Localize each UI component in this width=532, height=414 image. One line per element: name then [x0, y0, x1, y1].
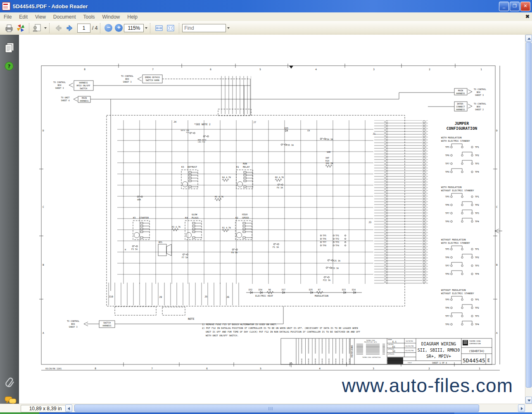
help-icon[interactable]: ?: [4, 61, 15, 72]
svg-text:SHEET 3: SHEET 3: [123, 81, 131, 83]
svg-text:F7 5A: F7 5A: [182, 256, 188, 259]
svg-text:TP7: TP7: [445, 212, 449, 214]
jumper-row: TP6TP2: [445, 152, 479, 157]
svg-text:VHM: VHM: [327, 151, 330, 153]
jumper-row: TP8TP4: [445, 169, 480, 173]
jumper-configuration-panel: JUMPER CONFIGURATION WITH MODULATION WIT…: [441, 121, 480, 326]
svg-text:300 2W: 300 2W: [325, 162, 333, 164]
page-number-input[interactable]: [77, 24, 90, 33]
svg-text:TP6: TP6: [445, 307, 449, 309]
status-bar: 10,89 x 8,39 in: [0, 404, 532, 413]
svg-text:6: 6: [206, 367, 208, 370]
zoom-level-value[interactable]: 115%: [124, 24, 144, 32]
printer-icon: [5, 24, 14, 32]
jumper-row: TP5TP1: [445, 296, 479, 301]
svg-text:BOX: BOX: [125, 78, 129, 80]
menu-edit[interactable]: Edit: [15, 14, 31, 20]
attachments-panel-icon[interactable]: [4, 377, 15, 388]
minimize-button[interactable]: _: [499, 2, 509, 11]
watermark: www.auto-files.com: [342, 374, 513, 397]
svg-text:DIAGRAM WIRING: DIAGRAM WIRING: [421, 342, 456, 346]
menu-tools[interactable]: Tools: [80, 14, 99, 20]
svg-text:RUN: RUN: [243, 162, 247, 165]
svg-text:ES: ES: [392, 345, 395, 348]
svg-text:SHEET 1 OF 4: SHEET 1 OF 4: [432, 362, 447, 364]
svg-text:H: H: [125, 248, 126, 251]
zoom-in-button[interactable]: +: [115, 24, 123, 32]
svg-text:CORPORATION: CORPORATION: [469, 343, 481, 345]
svg-text:SHEET 3: SHEET 3: [69, 326, 77, 328]
next-page-button[interactable]: [64, 22, 76, 34]
svg-text:TP1: TP1: [475, 195, 479, 198]
svg-text:?: ?: [7, 63, 11, 69]
menu-file[interactable]: File: [0, 14, 15, 20]
svg-text:F12: F12: [186, 131, 189, 133]
svg-text:THERMO KING: THERMO KING: [469, 340, 481, 342]
scroll-right-button[interactable]: [518, 404, 525, 412]
menu-window[interactable]: Window: [99, 14, 124, 20]
scroll-left-button[interactable]: [65, 404, 72, 412]
svg-text:TO CONTROL: TO CONTROL: [53, 81, 66, 83]
svg-text:MAIN: MAIN: [82, 97, 87, 99]
chevron-down-icon: [44, 27, 47, 29]
jumper-row: TP7TP3: [445, 313, 479, 317]
svg-text:A: A: [43, 331, 44, 334]
horizontal-scrollbar[interactable]: [74, 404, 517, 412]
svg-text:WITH ELECTRIC STANDBY: WITH ELECTRIC STANDBY: [441, 140, 470, 142]
svg-text:C: C: [496, 205, 498, 208]
vertical-scroll-thumb[interactable]: [526, 42, 532, 388]
horizontal-scroll-thumb[interactable]: [74, 404, 479, 412]
svg-text:3: 3: [373, 367, 374, 370]
pdf-file-icon: [2, 2, 10, 10]
menubar-close-icon[interactable]: ✖: [525, 14, 530, 19]
acrobat-tools-button[interactable]: [15, 22, 26, 34]
pages-panel-icon[interactable]: [4, 42, 15, 53]
menu-help[interactable]: Help: [124, 14, 141, 20]
scroll-up-button[interactable]: [525, 35, 532, 42]
zoom-chevron-down-icon[interactable]: [145, 27, 147, 29]
menu-view[interactable]: View: [31, 14, 50, 20]
svg-text:TP6: TP6: [445, 154, 449, 157]
svg-text:CONNECT: CONNECT: [456, 105, 465, 108]
menu-document[interactable]: Document: [50, 14, 80, 20]
restore-button[interactable]: ❐: [510, 2, 520, 11]
svg-text:TP2: TP2: [475, 256, 479, 259]
svg-text:D35: D35: [285, 127, 288, 129]
print-button[interactable]: [3, 22, 15, 34]
previous-page-button[interactable]: [52, 22, 64, 34]
find-input[interactable]: [182, 24, 226, 32]
scroll-down-button[interactable]: [525, 397, 532, 404]
svg-text:DEFROST: DEFROST: [188, 166, 197, 168]
svg-text:E.S: E.S: [392, 340, 397, 343]
svg-text:REVISIONS: REVISIONS: [351, 345, 353, 357]
jumper-row: TP8TP4: [445, 271, 480, 275]
fit-width-icon: [155, 24, 163, 32]
zoom-out-button[interactable]: −: [104, 24, 112, 32]
fit-width-button[interactable]: [153, 22, 165, 34]
sign-collaborate-button[interactable]: [32, 22, 47, 34]
svg-text:TP6: TP6: [323, 238, 326, 240]
svg-text:TP2: TP2: [335, 238, 339, 240]
vertical-scrollbar[interactable]: [525, 35, 532, 404]
svg-text:RELAY: RELAY: [243, 166, 250, 168]
svg-text:MPIV ON/OFF: MPIV ON/OFF: [76, 84, 90, 87]
svg-text:PLUGS: PLUGS: [192, 217, 199, 219]
svg-text:TP2: TP2: [475, 154, 479, 157]
fit-page-button[interactable]: [165, 22, 176, 34]
svg-text:WITH MODULATION: WITH MODULATION: [441, 136, 462, 139]
svg-text:MAIN: MAIN: [458, 89, 463, 92]
svg-text:HARNESS: HARNESS: [102, 324, 111, 327]
svg-text:SR+, MPIV+: SR+, MPIV+: [426, 354, 451, 359]
svg-text:TP7: TP7: [445, 162, 449, 165]
svg-text:R4 4.7K: R4 4.7K: [222, 176, 231, 178]
svg-text:HIGH: HIGH: [242, 213, 247, 216]
svg-text:F4 3A: F4 3A: [277, 186, 283, 189]
close-button[interactable]: ✕: [520, 2, 530, 11]
svg-text:C: C: [43, 205, 44, 208]
page-count-label: / 4: [92, 25, 97, 31]
svg-text:TP5: TP5: [445, 298, 449, 301]
svg-text:*SEE NOTE 2: *SEE NOTE 2: [194, 123, 211, 126]
find-chevron-down-icon[interactable]: [227, 27, 230, 29]
svg-text:TP8: TP8: [445, 323, 449, 326]
svg-text:4: 4: [315, 68, 317, 71]
